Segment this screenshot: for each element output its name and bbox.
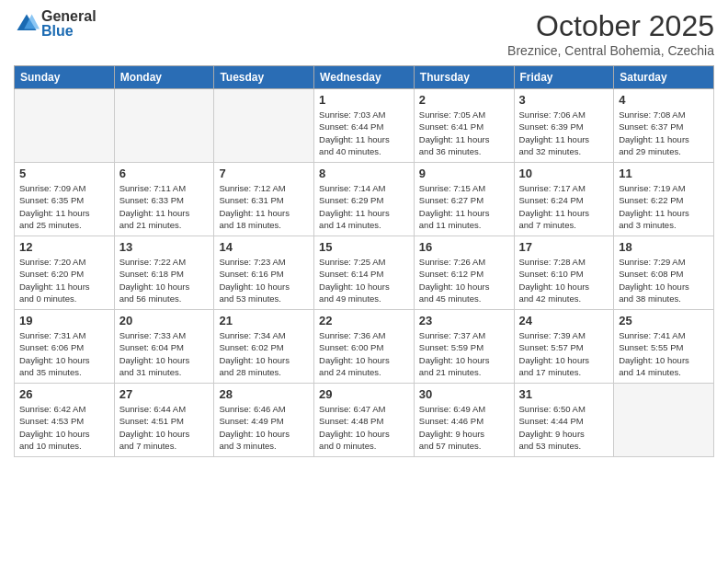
calendar-cell: 16Sunrise: 7:26 AM Sunset: 6:12 PM Dayli… [414,236,514,310]
day-info: Sunrise: 7:11 AM Sunset: 6:33 PM Dayligh… [119,182,210,231]
day-info: Sunrise: 6:44 AM Sunset: 4:51 PM Dayligh… [119,403,210,452]
header: General Blue October 2025 Breznice, Cent… [14,9,714,58]
day-number: 24 [519,314,609,327]
day-number: 19 [19,314,109,327]
day-info: Sunrise: 7:08 AM Sunset: 6:37 PM Dayligh… [619,109,709,157]
day-info: Sunrise: 7:03 AM Sunset: 6:44 PM Dayligh… [319,109,409,157]
logo-blue-text: Blue [41,24,97,39]
calendar-cell: 21Sunrise: 7:34 AM Sunset: 6:02 PM Dayli… [214,310,314,384]
day-info: Sunrise: 7:28 AM Sunset: 6:10 PM Dayligh… [519,256,609,304]
calendar-cell: 15Sunrise: 7:25 AM Sunset: 6:14 PM Dayli… [314,236,415,310]
day-info: Sunrise: 7:12 AM Sunset: 6:31 PM Dayligh… [219,182,309,231]
calendar-cell: 5Sunrise: 7:09 AM Sunset: 6:35 PM Daylig… [15,163,115,236]
calendar-cell: 24Sunrise: 7:39 AM Sunset: 5:57 PM Dayli… [514,310,614,384]
calendar-cell: 29Sunrise: 6:47 AM Sunset: 4:48 PM Dayli… [314,384,415,457]
day-header-wednesday: Wednesday [314,66,415,89]
day-info: Sunrise: 7:06 AM Sunset: 6:39 PM Dayligh… [519,109,609,157]
day-info: Sunrise: 7:37 AM Sunset: 5:59 PM Dayligh… [419,329,509,378]
calendar-cell: 27Sunrise: 6:44 AM Sunset: 4:51 PM Dayli… [114,384,214,457]
calendar-week-row: 26Sunrise: 6:42 AM Sunset: 4:53 PM Dayli… [15,384,714,457]
day-header-monday: Monday [114,66,214,89]
day-info: Sunrise: 7:17 AM Sunset: 6:24 PM Dayligh… [519,182,609,231]
calendar-cell: 26Sunrise: 6:42 AM Sunset: 4:53 PM Dayli… [15,384,115,457]
day-number: 21 [219,314,309,327]
calendar-cell: 22Sunrise: 7:36 AM Sunset: 6:00 PM Dayli… [314,310,415,384]
day-info: Sunrise: 7:15 AM Sunset: 6:27 PM Dayligh… [419,182,509,231]
day-number: 27 [119,387,210,401]
day-info: Sunrise: 7:33 AM Sunset: 6:04 PM Dayligh… [119,329,210,378]
day-info: Sunrise: 6:47 AM Sunset: 4:48 PM Dayligh… [319,403,409,452]
day-number: 7 [219,167,309,180]
day-number: 14 [219,240,309,254]
calendar-cell: 28Sunrise: 6:46 AM Sunset: 4:49 PM Dayli… [214,384,314,457]
month-title: October 2025 [507,9,714,43]
logo: General Blue [14,9,97,39]
day-number: 18 [619,240,709,254]
day-number: 13 [119,240,210,254]
day-info: Sunrise: 6:42 AM Sunset: 4:53 PM Dayligh… [19,403,109,452]
calendar-cell: 3Sunrise: 7:06 AM Sunset: 6:39 PM Daylig… [514,89,614,163]
calendar-week-row: 19Sunrise: 7:31 AM Sunset: 6:06 PM Dayli… [15,310,714,384]
day-number: 17 [519,240,609,254]
calendar-cell: 23Sunrise: 7:37 AM Sunset: 5:59 PM Dayli… [414,310,514,384]
day-header-thursday: Thursday [414,66,514,89]
calendar-cell: 13Sunrise: 7:22 AM Sunset: 6:18 PM Dayli… [114,236,214,310]
day-info: Sunrise: 6:46 AM Sunset: 4:49 PM Dayligh… [219,403,309,452]
day-number: 3 [519,93,609,107]
logo-general-text: General [41,9,97,24]
day-info: Sunrise: 7:41 AM Sunset: 5:55 PM Dayligh… [619,329,709,378]
day-number: 16 [419,240,509,254]
day-info: Sunrise: 7:23 AM Sunset: 6:16 PM Dayligh… [219,256,309,304]
day-number: 26 [19,387,109,401]
calendar-cell [614,384,714,457]
day-info: Sunrise: 7:22 AM Sunset: 6:18 PM Dayligh… [119,256,210,304]
day-info: Sunrise: 7:09 AM Sunset: 6:35 PM Dayligh… [19,182,109,231]
day-info: Sunrise: 7:20 AM Sunset: 6:20 PM Dayligh… [19,256,109,304]
calendar-cell [214,89,314,163]
calendar-cell: 4Sunrise: 7:08 AM Sunset: 6:37 PM Daylig… [614,89,714,163]
day-number: 15 [319,240,409,254]
day-number: 8 [319,167,409,180]
calendar-cell: 20Sunrise: 7:33 AM Sunset: 6:04 PM Dayli… [114,310,214,384]
day-info: Sunrise: 7:25 AM Sunset: 6:14 PM Dayligh… [319,256,409,304]
day-header-sunday: Sunday [15,66,115,89]
calendar-cell: 9Sunrise: 7:15 AM Sunset: 6:27 PM Daylig… [414,163,514,236]
day-number: 11 [619,167,709,180]
calendar-week-row: 5Sunrise: 7:09 AM Sunset: 6:35 PM Daylig… [15,163,714,236]
day-number: 9 [419,167,509,180]
day-number: 12 [19,240,109,254]
day-info: Sunrise: 7:26 AM Sunset: 6:12 PM Dayligh… [419,256,509,304]
day-header-saturday: Saturday [614,66,714,89]
calendar-week-row: 12Sunrise: 7:20 AM Sunset: 6:20 PM Dayli… [15,236,714,310]
day-info: Sunrise: 7:31 AM Sunset: 6:06 PM Dayligh… [19,329,109,378]
day-number: 1 [319,93,409,107]
day-info: Sunrise: 7:34 AM Sunset: 6:02 PM Dayligh… [219,329,309,378]
day-info: Sunrise: 6:50 AM Sunset: 4:44 PM Dayligh… [519,403,609,452]
title-section: October 2025 Breznice, Central Bohemia, … [507,9,714,58]
day-number: 30 [419,387,509,401]
calendar-cell: 12Sunrise: 7:20 AM Sunset: 6:20 PM Dayli… [15,236,115,310]
calendar-week-row: 1Sunrise: 7:03 AM Sunset: 6:44 PM Daylig… [15,89,714,163]
calendar-cell [15,89,115,163]
day-number: 10 [519,167,609,180]
calendar-cell: 6Sunrise: 7:11 AM Sunset: 6:33 PM Daylig… [114,163,214,236]
day-number: 4 [619,93,709,107]
calendar-cell: 30Sunrise: 6:49 AM Sunset: 4:46 PM Dayli… [414,384,514,457]
logo-text: General Blue [41,9,97,39]
calendar-cell: 1Sunrise: 7:03 AM Sunset: 6:44 PM Daylig… [314,89,415,163]
day-number: 20 [119,314,210,327]
day-info: Sunrise: 7:29 AM Sunset: 6:08 PM Dayligh… [619,256,709,304]
day-info: Sunrise: 7:39 AM Sunset: 5:57 PM Dayligh… [519,329,609,378]
calendar-cell: 25Sunrise: 7:41 AM Sunset: 5:55 PM Dayli… [614,310,714,384]
calendar-cell: 11Sunrise: 7:19 AM Sunset: 6:22 PM Dayli… [614,163,714,236]
day-info: Sunrise: 7:05 AM Sunset: 6:41 PM Dayligh… [419,109,509,157]
calendar-cell: 31Sunrise: 6:50 AM Sunset: 4:44 PM Dayli… [514,384,614,457]
day-info: Sunrise: 6:49 AM Sunset: 4:46 PM Dayligh… [419,403,509,452]
day-info: Sunrise: 7:19 AM Sunset: 6:22 PM Dayligh… [619,182,709,231]
day-header-tuesday: Tuesday [214,66,314,89]
day-number: 23 [419,314,509,327]
calendar-cell [114,89,214,163]
day-number: 2 [419,93,509,107]
calendar-cell: 19Sunrise: 7:31 AM Sunset: 6:06 PM Dayli… [15,310,115,384]
calendar-cell: 10Sunrise: 7:17 AM Sunset: 6:24 PM Dayli… [514,163,614,236]
